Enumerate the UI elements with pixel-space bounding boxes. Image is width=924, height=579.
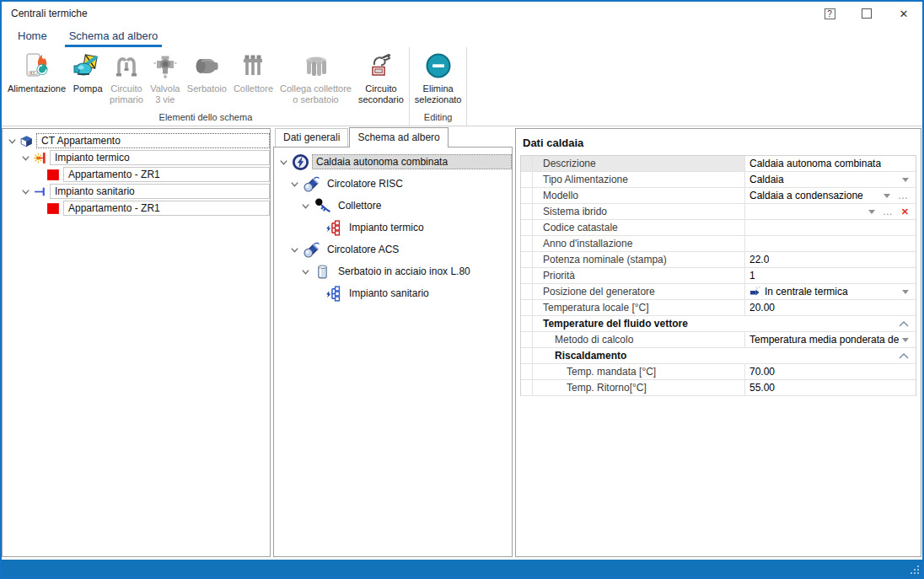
property-value-cell[interactable] [745,236,916,251]
primary-circuit-icon [111,51,142,83]
dropdown-arrow-icon[interactable] [868,210,875,214]
property-value-cell[interactable]: Caldaia [745,172,916,187]
property-value-cell[interactable]: 1 [745,268,916,283]
property-row-tipo-alimentazione[interactable]: Tipo AlimentazioneCaldaia [521,172,916,188]
heating-system-icon [32,150,47,165]
chevron-down-icon[interactable] [19,184,32,199]
property-value-cell[interactable]: Caldaia a condensazione… [745,188,916,203]
property-row-potenza-nominale-stampa[interactable]: Potenza nominale (stampa)22.0 [521,252,916,268]
maximize-button[interactable] [848,3,885,24]
property-value-cell[interactable]: 70.00 [745,364,916,379]
tree-item-circolatore-acs[interactable]: Circolatore ACS [274,240,512,259]
chevron-spacer [33,201,46,216]
ribbon-tab-home[interactable]: Home [13,28,51,47]
tree-item-label: Circolatore RISC [323,176,512,191]
tree-item-label: Impianto sanitario [345,286,512,301]
property-value-cell[interactable]: …✕ [745,204,916,219]
tree-item-circolatore-risc[interactable]: Circolatore RISC [274,174,512,193]
tree-item-label: Serbatoio in acciaio inox L.80 [334,264,512,279]
row-indent-strip [521,252,533,267]
ribbon-button-pompa[interactable]: Pompa [69,50,106,95]
generator-position-icon [749,285,761,298]
property-row-metodo-di-calcolo[interactable]: Metodo di calcoloTemperatura media ponde… [521,332,916,348]
ellipsis-button[interactable]: … [898,191,909,200]
chevron-down-icon[interactable] [277,157,290,168]
property-value-cell[interactable]: 55.00 [745,380,916,395]
title-bar[interactable]: Centrali termiche ? ✕ [2,2,922,25]
tree-item-label: Impianto termico [50,150,270,165]
chevron-down-icon[interactable] [6,133,19,148]
chevron-down-icon[interactable] [19,150,32,165]
ribbon-tab-schema-ad-albero[interactable]: Schema ad albero [65,28,163,47]
property-value-cell[interactable]: Temperatura media ponderata degli i... [745,332,916,347]
schema-tab-schema-ad-albero[interactable]: Schema ad albero [349,127,448,147]
dropdown-arrow-icon[interactable] [902,178,909,182]
help-button[interactable]: ? [811,3,848,24]
chevron-down-icon[interactable] [288,179,301,190]
ribbon-button-label: Collega collettore o serbatoio [280,83,352,105]
property-row-codice-catastale[interactable]: Codice catastale [521,220,916,236]
property-row-modello[interactable]: ModelloCaldaia a condensazione… [521,188,916,204]
property-row-priorit[interactable]: Priorità1 [521,268,916,284]
close-button[interactable]: ✕ [885,3,922,24]
property-group-riscaldamento[interactable]: Riscaldamento [521,348,916,364]
boiler-unit-icon [290,153,310,171]
ribbon-tab-bar: HomeSchema ad albero [2,25,922,47]
sanitary-branch-icon [323,285,343,303]
tree-item-impianto-termico[interactable]: Impianto termico [274,218,512,237]
property-row-temp-ritorno-c[interactable]: Temp. Ritorno[°C]55.00 [521,380,916,396]
property-row-posizione-del-generatore[interactable]: Posizione del generatoreIn centrale term… [521,284,916,300]
schema-tab-dati-generali[interactable]: Dati generali [275,128,348,147]
chevron-down-icon[interactable] [299,266,312,277]
property-row-temp-mandata-c[interactable]: Temp. mandata [°C]70.00 [521,364,916,380]
ribbon-button-valvola-3-vie[interactable]: Valvola 3 vie [147,50,184,106]
tree-item-label: Impianto sanitario [50,184,270,199]
ribbon-button-circuito-primario[interactable]: Circuito primario [106,50,147,106]
row-indent-strip [521,300,533,315]
tree-item-impianto-sanitario[interactable]: Impianto sanitario [3,184,270,199]
ribbon-button-collega-collettore-o-serbatoio[interactable]: Collega collettore o serbatoio [277,50,355,106]
property-row-sistema-ibrido[interactable]: Sistema ibrido…✕ [521,204,916,220]
pump-icon [73,51,103,83]
property-value-cell[interactable]: In centrale termica [745,284,916,299]
tree-item-caldaia-autonoma-combinata[interactable]: Caldaia autonoma combinata [274,153,512,171]
property-value-cell[interactable] [745,220,916,235]
clear-button[interactable]: ✕ [901,206,909,217]
tree-item-impianto-termico[interactable]: Impianto termico [3,150,270,165]
property-value-cell[interactable]: Caldaia autonoma combinata [745,156,916,171]
tree-item-serbatoio-in-acciaio-inox-l-80[interactable]: Serbatoio in acciaio inox L.80 [274,262,512,281]
tank-icon [191,51,222,83]
ellipsis-button[interactable]: … [883,207,894,216]
collapse-chevron-icon[interactable] [899,316,916,331]
tree-item-impianto-sanitario[interactable]: Impianto sanitario [274,284,512,303]
property-row-anno-d-installazione[interactable]: Anno d'installazione [521,236,916,252]
schema-tab-bar: Dati generaliSchema ad albero [273,127,513,147]
tree-item-appartamento-zr1[interactable]: Appartamento - ZR1 [3,167,270,182]
property-value-cell[interactable]: 22.0 [745,252,916,267]
chevron-down-icon[interactable] [299,201,312,212]
tree-item-collettore[interactable]: Collettore [274,196,512,215]
property-value: 22.0 [749,254,769,265]
ribbon-button-label: Pompa [73,83,103,94]
row-indent-strip [521,156,533,171]
chevron-down-icon[interactable] [288,244,301,255]
dropdown-arrow-icon[interactable] [902,338,909,342]
property-group-temperature-del-fluido-vettore[interactable]: Temperature del fluido vettore [521,316,916,332]
ribbon-button-serbatoio[interactable]: Serbatoio [184,50,230,95]
collapse-chevron-icon[interactable] [899,348,916,363]
resize-grip-icon[interactable] [911,566,920,575]
ribbon-button-alimentazione[interactable]: Alimentazione [4,50,69,95]
properties-panel: Dati caldaia DescrizioneCaldaia autonoma… [515,128,921,557]
ribbon-group-label: Elementi dello schema [3,110,409,126]
ribbon-button-collettore[interactable]: Collettore [230,50,277,95]
ribbon-button-elimina-selezionato[interactable]: Elimina selezionato [411,50,465,106]
property-group-label: Temperature del fluido vettore [533,316,899,331]
ribbon-button-circuito-secondario[interactable]: Circuito secondario [355,50,407,106]
dropdown-arrow-icon[interactable] [902,290,909,294]
property-row-descrizione[interactable]: DescrizioneCaldaia autonoma combinata [521,156,916,172]
dropdown-arrow-icon[interactable] [884,194,890,198]
property-row-temperatura-locale-c[interactable]: Temperatura locale [°C]20.00 [521,300,916,316]
tree-item-ct-appartamento[interactable]: CT Appartamento [3,133,270,148]
property-value-cell[interactable]: 20.00 [745,300,916,315]
tree-item-appartamento-zr1[interactable]: Appartamento - ZR1 [3,201,270,216]
